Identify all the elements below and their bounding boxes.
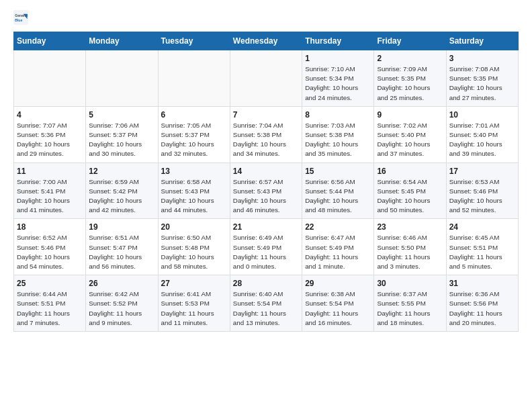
day-info: Sunrise: 7:07 AM Sunset: 5:36 PM Dayligh… [17,121,83,159]
calendar-cell: 4Sunrise: 7:07 AM Sunset: 5:36 PM Daylig… [14,106,86,163]
day-info: Sunrise: 6:42 AM Sunset: 5:52 PM Dayligh… [89,289,154,328]
day-info: Sunrise: 6:45 AM Sunset: 5:51 PM Dayligh… [449,233,515,271]
calendar-cell: 5Sunrise: 7:06 AM Sunset: 5:37 PM Daylig… [86,106,158,163]
calendar-cell: 1Sunrise: 7:10 AM Sunset: 5:34 PM Daylig… [302,50,374,107]
calendar-cell: 31Sunrise: 6:36 AM Sunset: 5:56 PM Dayli… [446,275,518,332]
day-number: 25 [17,279,83,288]
calendar-cell: 12Sunrise: 6:59 AM Sunset: 5:42 PM Dayli… [86,163,158,219]
day-number: 26 [89,279,154,288]
calendar-header-sunday: Sunday [14,32,86,50]
day-number: 3 [449,54,515,63]
calendar-cell: 7Sunrise: 7:04 AM Sunset: 5:38 PM Daylig… [230,106,302,163]
day-info: Sunrise: 7:01 AM Sunset: 5:40 PM Dayligh… [449,121,515,159]
calendar-cell: 17Sunrise: 6:53 AM Sunset: 5:46 PM Dayli… [446,163,518,219]
day-number: 28 [233,279,299,288]
day-info: Sunrise: 6:59 AM Sunset: 5:42 PM Dayligh… [89,177,154,216]
day-number: 9 [377,110,443,120]
day-number: 8 [305,110,371,120]
calendar-week-row: 18Sunrise: 6:52 AM Sunset: 5:46 PM Dayli… [14,219,519,275]
day-number: 21 [233,222,299,232]
day-number: 1 [305,54,371,63]
day-number: 6 [161,110,227,120]
day-info: Sunrise: 7:09 AM Sunset: 5:35 PM Dayligh… [377,64,443,103]
day-info: Sunrise: 7:00 AM Sunset: 5:41 PM Dayligh… [17,177,83,216]
day-number: 23 [377,222,443,232]
calendar-cell: 10Sunrise: 7:01 AM Sunset: 5:40 PM Dayli… [446,106,518,163]
calendar-header-row: SundayMondayTuesdayWednesdayThursdayFrid… [14,32,519,50]
day-number: 22 [305,222,371,232]
day-info: Sunrise: 7:10 AM Sunset: 5:34 PM Dayligh… [305,64,371,103]
calendar-cell: 19Sunrise: 6:51 AM Sunset: 5:47 PM Dayli… [86,219,158,275]
day-number: 7 [233,110,299,120]
calendar-cell [86,50,158,107]
calendar-cell [158,50,230,107]
calendar-header-tuesday: Tuesday [158,32,230,50]
day-number: 2 [377,54,443,63]
calendar-cell: 22Sunrise: 6:47 AM Sunset: 5:49 PM Dayli… [302,219,374,275]
calendar-cell: 6Sunrise: 7:05 AM Sunset: 5:37 PM Daylig… [158,106,230,163]
calendar-cell: 9Sunrise: 7:02 AM Sunset: 5:40 PM Daylig… [374,106,446,163]
calendar-week-row: 1Sunrise: 7:10 AM Sunset: 5:34 PM Daylig… [14,50,519,107]
calendar-week-row: 25Sunrise: 6:44 AM Sunset: 5:51 PM Dayli… [14,275,519,332]
day-info: Sunrise: 7:06 AM Sunset: 5:37 PM Dayligh… [89,121,154,159]
calendar-week-row: 4Sunrise: 7:07 AM Sunset: 5:36 PM Daylig… [14,106,519,163]
day-info: Sunrise: 6:47 AM Sunset: 5:49 PM Dayligh… [305,233,371,271]
day-number: 10 [449,110,515,120]
header: General Blue [13,10,519,25]
day-info: Sunrise: 6:36 AM Sunset: 5:56 PM Dayligh… [449,289,515,328]
calendar-cell: 30Sunrise: 6:37 AM Sunset: 5:55 PM Dayli… [374,275,446,332]
day-info: Sunrise: 6:40 AM Sunset: 5:54 PM Dayligh… [233,289,299,328]
day-info: Sunrise: 6:52 AM Sunset: 5:46 PM Dayligh… [17,233,83,271]
calendar-cell: 21Sunrise: 6:49 AM Sunset: 5:49 PM Dayli… [230,219,302,275]
calendar-header-wednesday: Wednesday [230,32,302,50]
day-info: Sunrise: 6:56 AM Sunset: 5:44 PM Dayligh… [305,177,371,216]
day-info: Sunrise: 6:46 AM Sunset: 5:50 PM Dayligh… [377,233,443,271]
day-info: Sunrise: 7:02 AM Sunset: 5:40 PM Dayligh… [377,121,443,159]
day-number: 16 [377,167,443,176]
day-info: Sunrise: 7:05 AM Sunset: 5:37 PM Dayligh… [161,121,227,159]
day-info: Sunrise: 6:37 AM Sunset: 5:55 PM Dayligh… [377,289,443,328]
calendar-header-monday: Monday [86,32,158,50]
calendar: SundayMondayTuesdayWednesdayThursdayFrid… [13,32,519,332]
day-info: Sunrise: 6:38 AM Sunset: 5:54 PM Dayligh… [305,289,371,328]
calendar-cell: 24Sunrise: 6:45 AM Sunset: 5:51 PM Dayli… [446,219,518,275]
day-number: 19 [89,222,154,232]
logo-icon: General Blue [13,10,28,25]
day-number: 29 [305,279,371,288]
logo: General Blue [13,10,32,25]
calendar-cell: 28Sunrise: 6:40 AM Sunset: 5:54 PM Dayli… [230,275,302,332]
day-number: 30 [377,279,443,288]
calendar-cell: 3Sunrise: 7:08 AM Sunset: 5:35 PM Daylig… [446,50,518,107]
calendar-cell: 16Sunrise: 6:54 AM Sunset: 5:45 PM Dayli… [374,163,446,219]
day-number: 14 [233,167,299,176]
calendar-cell: 25Sunrise: 6:44 AM Sunset: 5:51 PM Dayli… [14,275,86,332]
day-info: Sunrise: 6:49 AM Sunset: 5:49 PM Dayligh… [233,233,299,271]
day-number: 4 [17,110,83,120]
day-number: 18 [17,222,83,232]
calendar-cell [230,50,302,107]
day-number: 12 [89,167,154,176]
day-info: Sunrise: 6:58 AM Sunset: 5:43 PM Dayligh… [161,177,227,216]
calendar-cell: 11Sunrise: 7:00 AM Sunset: 5:41 PM Dayli… [14,163,86,219]
day-number: 5 [89,110,154,120]
day-info: Sunrise: 7:08 AM Sunset: 5:35 PM Dayligh… [449,64,515,103]
svg-text:Blue: Blue [15,18,22,22]
day-number: 20 [161,222,227,232]
calendar-cell: 26Sunrise: 6:42 AM Sunset: 5:52 PM Dayli… [86,275,158,332]
calendar-cell [14,50,86,107]
day-number: 15 [305,167,371,176]
day-number: 11 [17,167,83,176]
calendar-cell: 29Sunrise: 6:38 AM Sunset: 5:54 PM Dayli… [302,275,374,332]
calendar-cell: 2Sunrise: 7:09 AM Sunset: 5:35 PM Daylig… [374,50,446,107]
day-info: Sunrise: 6:41 AM Sunset: 5:53 PM Dayligh… [161,289,227,328]
day-info: Sunrise: 7:04 AM Sunset: 5:38 PM Dayligh… [233,121,299,159]
day-info: Sunrise: 6:53 AM Sunset: 5:46 PM Dayligh… [449,177,515,216]
calendar-cell: 18Sunrise: 6:52 AM Sunset: 5:46 PM Dayli… [14,219,86,275]
day-info: Sunrise: 6:50 AM Sunset: 5:48 PM Dayligh… [161,233,227,271]
day-number: 13 [161,167,227,176]
calendar-header-saturday: Saturday [446,32,518,50]
calendar-header-friday: Friday [374,32,446,50]
day-info: Sunrise: 6:54 AM Sunset: 5:45 PM Dayligh… [377,177,443,216]
calendar-cell: 8Sunrise: 7:03 AM Sunset: 5:38 PM Daylig… [302,106,374,163]
calendar-cell: 14Sunrise: 6:57 AM Sunset: 5:43 PM Dayli… [230,163,302,219]
